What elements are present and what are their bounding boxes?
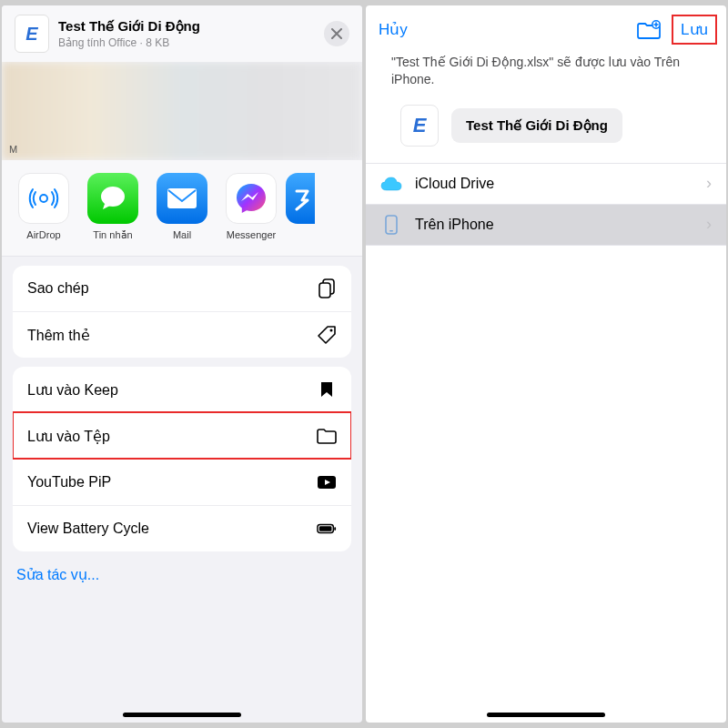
file-thumbnail: E: [400, 105, 439, 147]
app-label: Messenger: [217, 229, 286, 240]
app-messages[interactable]: Tin nhắn: [78, 173, 147, 241]
action-label: YouTube PiP: [27, 474, 111, 490]
file-preview-row: E Test Thế Giới Di Động: [366, 101, 726, 163]
more-app-icon: [286, 173, 315, 224]
chevron-right-icon: ›: [706, 174, 712, 193]
action-tag[interactable]: Thêm thẻ: [13, 311, 351, 358]
share-header: E Test Thế Giới Di Động Bảng tính Office…: [2, 5, 362, 62]
action-battery-cycle[interactable]: View Battery Cycle: [13, 505, 351, 551]
svg-point-1: [101, 187, 125, 207]
save-description: "Test Thế Giới Di Động.xlsx" sẽ được lưu…: [366, 48, 726, 101]
save-button[interactable]: Lưu: [675, 18, 713, 41]
new-folder-button[interactable]: [637, 20, 661, 40]
play-icon: [317, 472, 337, 492]
action-keep[interactable]: Lưu vào Keep: [13, 367, 351, 412]
home-indicator[interactable]: [487, 713, 605, 717]
action-save-to-files[interactable]: Lưu vào Tệp: [13, 412, 351, 459]
action-label: View Battery Cycle: [27, 521, 149, 537]
chevron-right-icon: ›: [706, 215, 712, 234]
home-indicator[interactable]: [123, 713, 241, 717]
svg-rect-12: [389, 230, 393, 232]
close-button[interactable]: [324, 21, 349, 46]
app-label: AirDrop: [9, 229, 78, 240]
action-youtube-pip[interactable]: YouTube PiP: [13, 459, 351, 505]
cloud-icon: [380, 174, 402, 194]
edit-actions-link[interactable]: Sửa tác vụ...: [13, 561, 351, 583]
action-group-a: Sao chép Thêm thẻ: [13, 266, 351, 358]
svg-point-0: [40, 195, 47, 202]
app-airdrop[interactable]: AirDrop: [9, 173, 78, 241]
new-folder-icon: [637, 20, 661, 40]
location-label: Trên iPhone: [415, 217, 494, 233]
action-copy[interactable]: Sao chép: [13, 266, 351, 311]
people-suggestions[interactable]: M: [2, 62, 362, 160]
bookmark-icon: [317, 379, 337, 399]
app-label: Mail: [147, 229, 217, 240]
airdrop-icon: [18, 173, 69, 224]
svg-rect-8: [319, 526, 332, 531]
svg-rect-9: [334, 527, 336, 531]
app-mail[interactable]: Mail: [147, 173, 217, 241]
copy-icon: [317, 278, 337, 298]
action-label: Sao chép: [27, 280, 89, 297]
messenger-icon: [226, 173, 277, 224]
file-meta: Test Thế Giới Di Động Bảng tính Office ·…: [58, 18, 324, 49]
file-name-field[interactable]: Test Thế Giới Di Động: [451, 108, 622, 143]
app-label: Tin nhắn: [78, 229, 147, 241]
save-to-files-screen: Hủy Lưu "Test Thế Giới Di Động.xlsx" sẽ …: [366, 5, 726, 723]
location-label: iCloud Drive: [415, 176, 494, 192]
app-share-row: AirDrop Tin nhắn Mail Messenger: [2, 160, 362, 257]
share-sheet-screen: E Test Thế Giới Di Động Bảng tính Office…: [2, 5, 362, 723]
location-icloud-drive[interactable]: iCloud Drive ›: [366, 164, 726, 205]
close-icon: [331, 28, 342, 39]
file-subtitle: Bảng tính Office · 8 KB: [58, 36, 324, 49]
mail-icon: [157, 173, 207, 224]
file-thumbnail: E: [15, 15, 49, 53]
messages-icon: [87, 173, 138, 224]
location-on-iphone[interactable]: Trên iPhone ›: [366, 205, 726, 246]
action-label: Lưu vào Keep: [27, 381, 118, 399]
location-list: iCloud Drive › Trên iPhone ›: [366, 163, 726, 246]
svg-point-5: [330, 329, 333, 332]
app-messenger[interactable]: Messenger: [217, 173, 286, 241]
battery-icon: [317, 519, 337, 539]
phone-icon: [380, 215, 402, 235]
file-thumbnail-letter: E: [25, 24, 37, 45]
tag-icon: [317, 325, 337, 345]
folder-icon: [317, 426, 337, 446]
cancel-button[interactable]: Hủy: [379, 20, 408, 39]
action-label: Lưu vào Tệp: [27, 428, 110, 445]
action-label: Thêm thẻ: [27, 327, 90, 344]
action-group-b: Lưu vào Keep Lưu vào Tệp YouTube PiP Vie…: [13, 367, 351, 551]
nav-bar: Hủy Lưu: [366, 5, 726, 48]
app-more[interactable]: [286, 173, 315, 241]
action-list: Sao chép Thêm thẻ Lưu vào Keep Lưu v: [2, 257, 362, 592]
people-label: M: [9, 144, 17, 155]
file-thumbnail-letter: E: [413, 114, 427, 137]
svg-rect-2: [167, 188, 197, 208]
file-title: Test Thế Giới Di Động: [58, 18, 324, 35]
svg-rect-4: [319, 283, 330, 298]
